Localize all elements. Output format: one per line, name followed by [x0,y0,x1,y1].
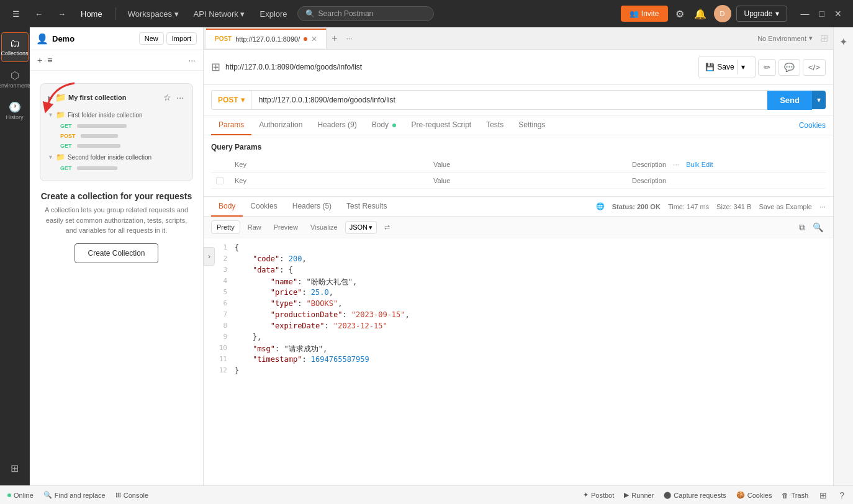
explore-nav-item[interactable]: Explore [255,7,292,21]
tab-close-button[interactable]: ✕ [311,35,317,43]
console-button[interactable]: ⊞ Console [115,491,148,499]
api-network-nav-item[interactable]: API Network ▾ [189,7,250,21]
request-tab-active[interactable]: POST http://127.0.0.1:8090/ ✕ [206,29,327,48]
workspaces-nav-item[interactable]: Workspaces ▾ [123,7,184,21]
more-options-button[interactable]: ··· [187,54,197,66]
sidebar-item-collections[interactable]: 🗂 Collections [1,32,29,62]
line-number: 5 [209,288,227,299]
save-as-example-button[interactable]: Save as Example [759,203,812,210]
panel-collapse-button[interactable]: › [204,247,215,266]
bulk-edit-link[interactable]: Bulk Edit [686,161,713,168]
sidebar-item-history[interactable]: 🕐 History [1,96,29,125]
word-wrap-button[interactable]: ⇌ [379,221,395,234]
cookies-status-button[interactable]: 🍪 Cookies [736,489,772,502]
notification-button[interactable]: 🔔 [692,6,709,22]
response-tab-test-results[interactable]: Test Results [339,197,394,217]
tab-params[interactable]: Params [211,115,251,135]
online-status[interactable]: Online [7,492,34,499]
collection-name[interactable]: My first collection [68,94,127,101]
close-button[interactable]: ✕ [831,7,846,20]
capture-requests-button[interactable]: ⬤ Capture requests [664,489,726,502]
search-response-button[interactable]: 🔍 [810,221,826,234]
settings-button[interactable]: ⚙ [673,6,687,22]
maximize-button[interactable]: □ [816,7,828,20]
upgrade-button[interactable]: Upgrade ▾ [736,6,787,22]
sort-button[interactable]: ≡ [46,54,53,66]
format-preview-button[interactable]: Preview [269,221,303,233]
sidebar-item-apps[interactable]: ⊞ [1,457,29,480]
row-checkbox[interactable] [216,177,223,184]
environment-selector[interactable]: No Environment ▾ [757,34,818,42]
comment-button[interactable]: 💬 [779,59,800,76]
create-collection-button[interactable]: Create Collection [74,243,158,263]
send-arrow-button[interactable]: ▾ [812,91,826,109]
ai-sidebar-button[interactable]: ✦ [836,32,851,52]
method-selector[interactable]: POST ▾ [211,90,251,110]
menu-icon[interactable]: ☰ [7,7,25,21]
copy-response-button[interactable]: ⧉ [797,221,808,234]
cookies-tab-link[interactable]: Cookies [799,121,826,130]
star-collection-button[interactable]: ☆ [162,91,173,104]
response-tab-cookies[interactable]: Cookies [243,197,284,217]
find-replace-button[interactable]: 🔍 Find and replace [43,491,106,499]
home-nav-item[interactable]: Home [76,7,107,21]
console-icon-button[interactable]: ⊞ [818,30,831,47]
json-format-selector[interactable]: JSON ▾ [345,221,377,234]
collection-more-button[interactable]: ··· [175,91,185,104]
back-button[interactable]: ← [30,7,48,21]
tab-headers[interactable]: Headers (9) [310,115,364,135]
tab-authorization[interactable]: Authorization [251,115,310,135]
avatar[interactable]: D [714,5,731,22]
tab-settings[interactable]: Settings [511,115,553,135]
key-input[interactable] [235,177,423,184]
folder-item-2[interactable]: ▼ 📁 Second folder inside collection [48,151,185,163]
send-button[interactable]: Send [767,91,812,110]
response-tab-headers[interactable]: Headers (5) [285,197,339,217]
value-input[interactable] [433,177,622,184]
add-collection-button[interactable]: + [36,54,43,66]
sidebar-item-environments[interactable]: ⬡ Environments [1,65,29,94]
request-item-3[interactable]: GET [58,141,185,151]
tab-pre-request[interactable]: Pre-request Script [404,115,479,135]
save-label[interactable]: Save [717,63,734,71]
trash-button[interactable]: 🗑 Trash [782,489,808,502]
request-item-4[interactable]: GET [58,163,185,173]
tab-tests[interactable]: Tests [479,115,511,135]
method-get-2: GET [58,142,74,150]
line-content: "msg": "请求成功", [235,344,828,355]
tab-body[interactable]: Body [364,115,404,135]
left-panel: 👤 Demo New Import + ≡ ··· ▶ 📁 My [30,27,204,485]
grid-layout-button[interactable]: ⊞ [818,489,828,502]
description-input[interactable] [632,177,821,184]
folder-item-1[interactable]: ▼ 📁 First folder inside collection [48,109,185,121]
format-visualize-button[interactable]: Visualize [305,221,343,233]
forward-button[interactable]: → [53,7,71,21]
line-content: "timestamp": 1694765587959 [235,355,828,366]
code-line: 2 "code": 200, [204,254,833,266]
invite-button[interactable]: 👥 Invite [621,6,668,22]
new-button[interactable]: New [139,32,164,45]
code-line: 1{ [204,243,833,254]
save-arrow-button[interactable]: ▾ [737,60,749,74]
add-tab-button[interactable]: + [327,33,342,44]
url-input[interactable] [251,90,768,110]
line-number: 6 [209,299,227,310]
runner-button[interactable]: ▶ Runner [624,489,654,502]
search-bar[interactable]: 🔍 Search Postman [297,6,434,21]
help-button[interactable]: ? [838,489,846,502]
format-pretty-button[interactable]: Pretty [211,220,240,234]
expand-icon[interactable]: ▶ [48,94,53,101]
save-icon: 💾 [705,63,715,71]
response-tab-body[interactable]: Body [211,197,243,217]
postbot-button[interactable]: ✦ Postbot [583,489,614,502]
request-item-1[interactable]: GET [58,121,185,131]
minimize-button[interactable]: — [797,7,813,20]
import-button[interactable]: Import [166,32,197,45]
code-snippet-button[interactable]: </> [803,59,826,76]
response-more-button[interactable]: ··· [819,202,826,211]
request-item-2[interactable]: POST [58,131,185,141]
more-tabs-button[interactable]: ··· [343,34,356,43]
description-column-header: Description ··· Bulk Edit [627,156,826,173]
format-raw-button[interactable]: Raw [243,221,266,233]
edit-button[interactable]: ✏ [758,59,776,76]
